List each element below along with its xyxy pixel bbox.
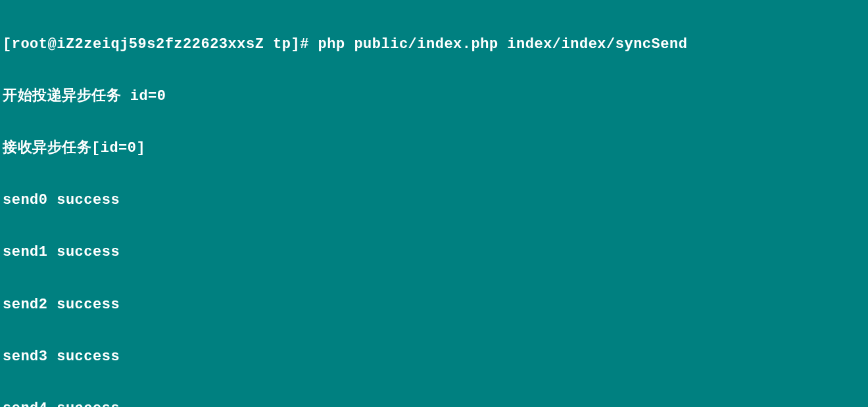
- output-line: send0 success: [3, 192, 865, 209]
- output-line: 开始投递异步任务 id=0: [3, 88, 865, 105]
- command-line: [root@iZ2zeiqj59s2fz22623xxsZ tp]# php p…: [3, 36, 865, 53]
- output-line: send3 success: [3, 348, 865, 366]
- terminal-window[interactable]: [root@iZ2zeiqj59s2fz22623xxsZ tp]# php p…: [3, 1, 865, 407]
- output-line: send4 success: [3, 400, 865, 407]
- shell-prompt: [root@iZ2zeiqj59s2fz22623xxsZ tp]#: [3, 36, 318, 53]
- output-line: send1 success: [3, 244, 865, 261]
- shell-command: php public/index.php index/index/syncSen…: [318, 36, 688, 53]
- output-line: 接收异步任务[id=0]: [3, 140, 865, 157]
- output-line: send2 success: [3, 297, 865, 314]
